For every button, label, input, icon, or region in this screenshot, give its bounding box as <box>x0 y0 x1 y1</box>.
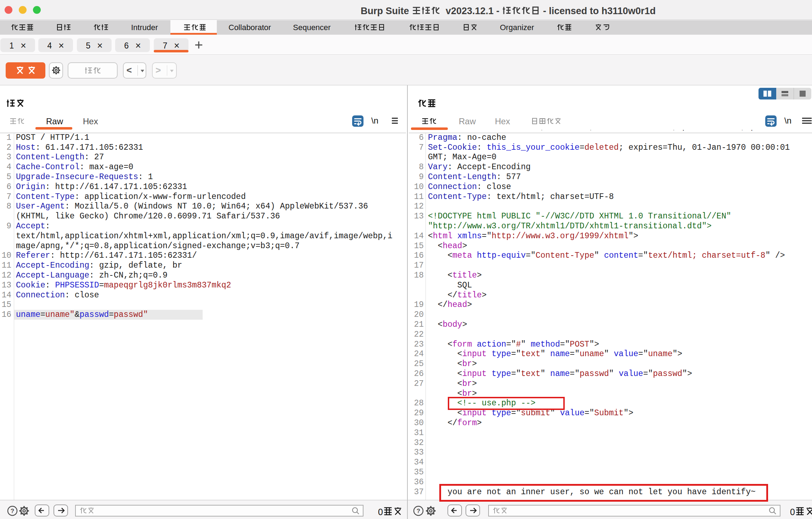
svg-text:?: ? <box>11 508 14 514</box>
svg-text:?: ? <box>417 508 420 514</box>
